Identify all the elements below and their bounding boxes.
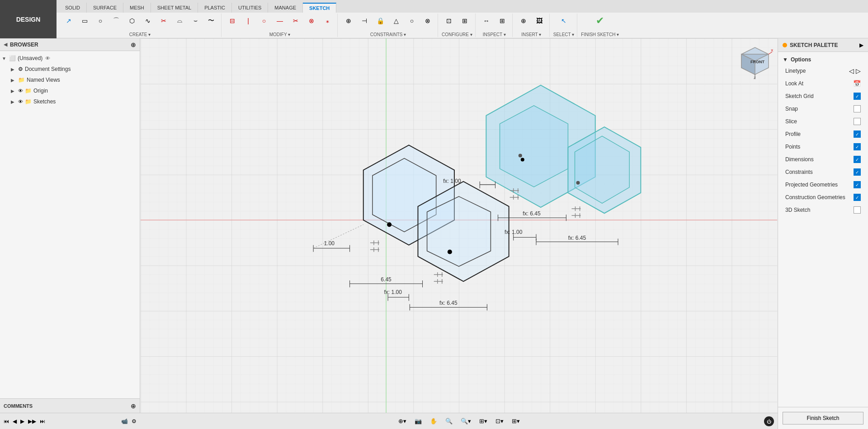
configure-icons: ⊡ ⊞ bbox=[442, 14, 472, 28]
svg-text:X: X bbox=[771, 48, 773, 52]
lock-tool[interactable]: 🔒 bbox=[373, 14, 387, 28]
finish-sketch-icon[interactable]: ✔ bbox=[593, 14, 607, 28]
tab-sheet-metal[interactable]: SHEET METAL bbox=[151, 3, 198, 13]
play-prev-btn[interactable]: ◀ bbox=[13, 418, 17, 424]
tree-visibility-root[interactable]: 👁 bbox=[45, 56, 50, 61]
sketch-wave[interactable]: 〜 bbox=[204, 14, 218, 28]
trim-tool2[interactable]: ✂ bbox=[288, 14, 303, 28]
project-tool[interactable]: | bbox=[241, 14, 255, 28]
tab-manage[interactable]: MANAGE bbox=[268, 3, 303, 13]
options-arrow-icon: ▼ bbox=[783, 56, 788, 63]
slice-checkbox[interactable] bbox=[854, 118, 861, 125]
configure-tool1[interactable]: ⊡ bbox=[442, 14, 456, 28]
inspect-label[interactable]: INSPECT ▾ bbox=[483, 32, 506, 37]
snap-checkbox[interactable] bbox=[854, 105, 861, 112]
measure-tool[interactable]: ↔ bbox=[479, 14, 494, 28]
constraints-label[interactable]: CONSTRAINTS ▾ bbox=[370, 32, 406, 37]
sketch-fillet[interactable]: ⌓ bbox=[172, 14, 187, 28]
tab-mesh[interactable]: MESH bbox=[123, 3, 151, 13]
finish-sketch-bottom-panel: Finish Sketch bbox=[778, 407, 868, 429]
constraints-checkbox[interactable]: ✓ bbox=[854, 168, 861, 176]
look-at-icon[interactable]: 📅 bbox=[853, 80, 861, 87]
tab-sketch[interactable]: SKETCH bbox=[303, 3, 336, 13]
arc-tool[interactable]: ⌒ bbox=[109, 14, 123, 28]
sym-tool[interactable]: ⊗ bbox=[420, 14, 435, 28]
configure-tool2[interactable]: ⊞ bbox=[458, 14, 472, 28]
projected-geom-checkbox[interactable]: ✓ bbox=[854, 181, 861, 188]
tab-solid[interactable]: SOLID bbox=[59, 3, 87, 13]
finish-sketch-bottom-button[interactable]: Finish Sketch bbox=[783, 412, 863, 424]
tree-item-sketches[interactable]: ▶ 👁 📁 Sketches bbox=[0, 96, 140, 107]
palette-expand-icon[interactable]: ▶ bbox=[859, 42, 863, 48]
options-section-header[interactable]: ▼ Options bbox=[778, 55, 868, 65]
sketch-grid-checkbox[interactable]: ✓ bbox=[854, 93, 861, 100]
line-tool[interactable]: ↗ bbox=[61, 14, 76, 28]
design-button[interactable]: DESIGN bbox=[13, 14, 44, 25]
insert-tool2[interactable]: 🖼 bbox=[532, 14, 547, 28]
play-first-btn[interactable]: ⏮ bbox=[4, 418, 9, 424]
select-label[interactable]: SELECT ▾ bbox=[553, 32, 575, 37]
tree-icon-origin-vis[interactable]: 👁 bbox=[18, 88, 23, 93]
insert-tool1[interactable]: ⊕ bbox=[516, 14, 531, 28]
inspect-tool2[interactable]: ⊞ bbox=[495, 14, 509, 28]
create-label[interactable]: CREATE ▾ bbox=[129, 32, 151, 37]
display-mode-btn[interactable]: ⊞▾ bbox=[476, 416, 491, 426]
offset-tool[interactable]: ⊟ bbox=[225, 14, 240, 28]
finish-sketch-label[interactable]: FINISH SKETCH ▾ bbox=[581, 32, 619, 37]
camera-tool-btn[interactable]: 📷 bbox=[411, 416, 425, 426]
ellipse-tool[interactable]: ○ bbox=[257, 14, 271, 28]
pan-tool-btn[interactable]: ✋ bbox=[427, 416, 440, 426]
tree-item-origin[interactable]: ▶ 👁 📁 Origin bbox=[0, 85, 140, 96]
browser-close-icon[interactable]: ⊕ bbox=[131, 41, 136, 48]
spline-tool[interactable]: ∿ bbox=[141, 14, 155, 28]
play-play-btn[interactable]: ▶ bbox=[20, 418, 24, 424]
power-btn[interactable]: ⏻ bbox=[764, 416, 774, 426]
break-tool[interactable]: ⊗ bbox=[304, 14, 319, 28]
record-btn[interactable]: 📹 bbox=[121, 418, 128, 424]
tab-plastic[interactable]: PLASTIC bbox=[198, 3, 232, 13]
zoom-btn[interactable]: 🔍 bbox=[442, 416, 456, 426]
tab-surface[interactable]: SURFACE bbox=[87, 3, 123, 13]
linetype-right-icon[interactable]: ▷ bbox=[856, 67, 861, 75]
tree-icon-sketches-vis[interactable]: 👁 bbox=[18, 99, 23, 104]
view-cube[interactable]: FRONT Z X bbox=[737, 43, 773, 79]
sidebar: ◀ BROWSER ⊕ ▼ ⬜ (Unsaved) 👁 ▶ ⚙ Document… bbox=[0, 38, 140, 429]
3d-sketch-label: 3D Sketch bbox=[785, 207, 854, 213]
points-checkbox[interactable]: ✓ bbox=[854, 143, 861, 150]
visual-style-btn[interactable]: ⊡▾ bbox=[492, 416, 507, 426]
collinear-tool[interactable]: ⊣ bbox=[357, 14, 372, 28]
configure-label[interactable]: CONFIGURE ▾ bbox=[442, 32, 472, 37]
mirror-tool[interactable]: — bbox=[273, 14, 287, 28]
insert-label[interactable]: INSERT ▾ bbox=[521, 32, 541, 37]
polygon-tool[interactable]: ⬡ bbox=[125, 14, 139, 28]
trim-tool[interactable]: ✂ bbox=[156, 14, 171, 28]
3d-sketch-checkbox[interactable] bbox=[854, 206, 861, 214]
dimensions-checkbox[interactable]: ✓ bbox=[854, 156, 861, 163]
coincident-tool[interactable]: ⊕ bbox=[341, 14, 356, 28]
tangent-tool[interactable]: △ bbox=[389, 14, 403, 28]
equal-tool[interactable]: ○ bbox=[405, 14, 419, 28]
canvas-area[interactable]: 1.00 6.45 fx: 1.00 fx: 6.45 fx: 1.00 bbox=[140, 38, 778, 429]
modify-label[interactable]: MODIFY ▾ bbox=[269, 32, 290, 37]
select-tool[interactable]: ↖ bbox=[557, 14, 571, 28]
rect-tool[interactable]: ▭ bbox=[77, 14, 92, 28]
canvas-grid-btn[interactable]: ⊞▾ bbox=[509, 416, 523, 426]
browser-title: BROWSER bbox=[10, 42, 128, 48]
tree-arrow-root: ▼ bbox=[2, 56, 9, 61]
tab-utilities[interactable]: UTILITIES bbox=[232, 3, 268, 13]
tree-item-root[interactable]: ▼ ⬜ (Unsaved) 👁 bbox=[0, 53, 140, 64]
play-last-btn[interactable]: ⏭ bbox=[40, 418, 45, 424]
construction-geom-checkbox[interactable]: ✓ bbox=[854, 194, 861, 201]
scale-tool[interactable]: ⁎ bbox=[320, 14, 335, 28]
tree-item-doc-settings[interactable]: ▶ ⚙ Document Settings bbox=[0, 64, 140, 75]
profile-checkbox[interactable]: ✓ bbox=[854, 131, 861, 138]
linetype-left-icon[interactable]: ◁ bbox=[849, 67, 854, 75]
zoom-fit-btn[interactable]: 🔍▾ bbox=[458, 416, 474, 426]
sketch-arc2[interactable]: ⌣ bbox=[188, 14, 203, 28]
play-next-btn[interactable]: ▶▶ bbox=[28, 418, 36, 424]
orbit-tool-btn[interactable]: ⊕▾ bbox=[395, 416, 410, 426]
comments-icon[interactable]: ⊕ bbox=[131, 402, 136, 410]
tree-item-named-views[interactable]: ▶ 📁 Named Views bbox=[0, 75, 140, 85]
settings-btn[interactable]: ⚙ bbox=[132, 418, 137, 424]
circle-tool[interactable]: ○ bbox=[93, 14, 108, 28]
